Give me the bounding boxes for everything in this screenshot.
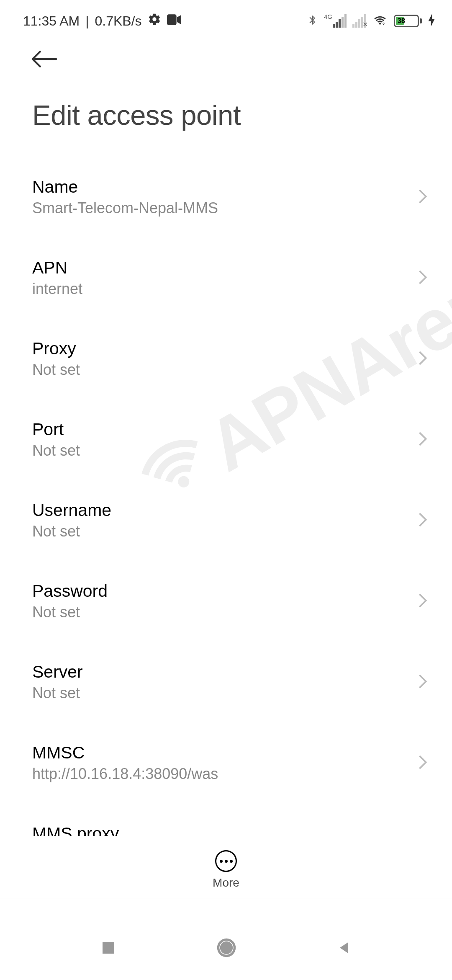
chevron-right-icon: [418, 593, 428, 610]
settings-item-server[interactable]: Server Not set: [32, 641, 431, 722]
chevron-right-icon: [418, 512, 428, 529]
gear-icon: [148, 13, 161, 29]
signal-bars-1-icon: [333, 14, 347, 28]
settings-item-label: Password: [32, 581, 418, 601]
settings-item-value: internet: [32, 280, 418, 298]
bluetooth-icon: [307, 13, 318, 29]
settings-item-value: Not set: [32, 684, 418, 702]
settings-item-label: Server: [32, 662, 418, 682]
chevron-right-icon: [418, 188, 428, 206]
charging-icon: [428, 14, 435, 28]
chevron-right-icon: [418, 350, 428, 368]
settings-item-label: Port: [32, 420, 418, 439]
settings-item-apn[interactable]: APN internet: [32, 237, 431, 318]
settings-item-label: APN: [32, 258, 418, 278]
settings-item-username[interactable]: Username Not set: [32, 480, 431, 560]
status-data-rate: 0.7KB/s: [95, 13, 142, 29]
settings-list: Name Smart-Telecom-Nepal-MMS APN interne…: [0, 156, 452, 838]
settings-item-proxy[interactable]: Proxy Not set: [32, 318, 431, 399]
svg-point-4: [220, 941, 233, 954]
network-badge: 4G: [324, 13, 332, 20]
settings-item-password[interactable]: Password Not set: [32, 560, 431, 641]
nav-home-button[interactable]: [216, 937, 237, 960]
arrow-left-icon: [31, 50, 57, 68]
status-bar: 11:35 AM | 0.7KB/s 4G: [0, 0, 452, 38]
settings-item-label: Username: [32, 500, 418, 520]
video-icon: [167, 13, 181, 29]
nav-back-button[interactable]: [336, 939, 352, 958]
battery-icon: 38: [394, 15, 422, 27]
more-label: More: [213, 876, 239, 890]
settings-item-mmsc[interactable]: MMSC http://10.16.18.4:38090/was: [32, 722, 431, 803]
svg-rect-0: [167, 14, 177, 25]
chevron-right-icon: [418, 269, 428, 287]
wifi-icon: [372, 13, 388, 28]
navigation-bar: [0, 917, 452, 980]
chevron-right-icon: [418, 431, 428, 449]
more-button[interactable]: More: [0, 836, 452, 898]
settings-item-port[interactable]: Port Not set: [32, 399, 431, 480]
settings-item-value: Not set: [32, 361, 418, 379]
battery-percent: 38: [398, 17, 405, 25]
status-separator: |: [85, 13, 89, 29]
signal-bars-2-icon: ✕: [352, 14, 366, 28]
settings-item-value: Not set: [32, 442, 418, 459]
back-button[interactable]: [0, 38, 452, 82]
settings-item-value: http://10.16.18.4:38090/was: [32, 765, 418, 783]
nav-recents-button[interactable]: [100, 939, 117, 958]
settings-item-value: Not set: [32, 523, 418, 540]
status-time: 11:35 AM: [23, 13, 80, 29]
settings-item-value: Not set: [32, 603, 418, 621]
page-title: Edit access point: [0, 82, 452, 156]
settings-item-label: Proxy: [32, 339, 418, 358]
settings-item-label: Name: [32, 177, 418, 197]
chevron-right-icon: [418, 673, 428, 691]
settings-item-label: MMSC: [32, 743, 418, 763]
settings-item-mms-proxy[interactable]: MMS proxy 10.16.18.77: [32, 803, 431, 838]
more-icon: [215, 850, 237, 872]
settings-item-name[interactable]: Name Smart-Telecom-Nepal-MMS: [32, 156, 431, 237]
settings-item-value: Smart-Telecom-Nepal-MMS: [32, 199, 418, 217]
svg-rect-2: [103, 942, 114, 954]
chevron-right-icon: [418, 754, 428, 772]
